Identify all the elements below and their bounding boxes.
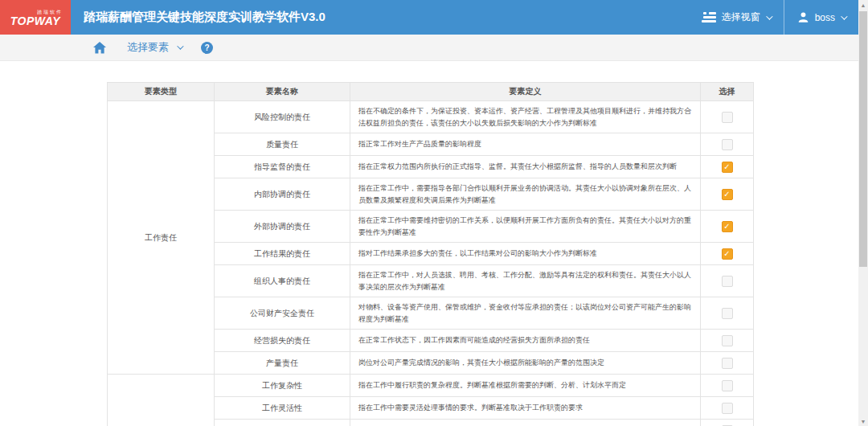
factor-select-cell [701,211,754,243]
row-checkbox[interactable] [722,308,733,319]
column-header: 选择 [701,83,754,101]
scrollbar-thumb[interactable] [859,11,867,267]
row-checkbox[interactable] [722,276,733,287]
row-checkbox[interactable] [722,358,733,369]
factor-select-cell [701,297,754,330]
factor-definition-cell: 指正常工作对生产产品质量的影响程度 [350,133,701,156]
factor-select-cell [701,375,754,397]
app-window: 踏瑞软件 TOPWAY 踏瑞薪酬管理关键技能深度实训教学软件V3.0 选择视窗 … [0,0,868,426]
user-dropdown[interactable]: boss [784,0,858,35]
table-row: 工作复杂性指在工作中履行职责的复杂程度。判断基准根据所需要的判断、分析、计划水平… [108,375,754,397]
chevron-down-icon [841,13,847,19]
factor-select-cell [701,178,754,211]
chevron-down-icon [766,13,772,19]
factor-select-cell [701,330,754,352]
factor-definition-cell: 指在正常工作中，对人员选拔、聘用、考核、工作分配、激励等具有法定的权利和责任。其… [350,265,701,297]
row-checkbox[interactable] [722,248,733,260]
factor-select-cell [701,352,754,375]
factor-definition-cell: 指在正常工作中需要维持密切的工作关系，以便顺利开展工作方面所负有的责任。其责任大… [350,211,701,243]
menu-dropdown-label: 选择要素 [127,40,169,55]
factor-definition-cell: 指在正常权力范围内所执行的正式指导、监督。其责任大小根据所监督、指导的人员数量和… [350,156,701,178]
factor-definition-cell: 对物料、设备等资产使用、保管或维护，资金收付等应承担的责任；以该岗位对公司资产可… [350,297,701,330]
factor-name-cell: 外部协调的责任 [215,211,350,243]
window-select-dropdown[interactable]: 选择视窗 [689,0,784,35]
help-button[interactable]: ? [201,42,213,54]
factor-select-cell [701,243,754,265]
row-checkbox[interactable] [722,403,733,414]
factor-definition-cell: 在正常工作状态下，因工作因素而可能造成的经营损失方面所承担的责任 [350,330,701,352]
factor-definition-cell: 指在不确定的条件下，为保证投资、资本运作、资产经营、工程管理及其他项目顺利进行，… [350,101,701,133]
factor-select-cell [701,101,754,133]
factor-name-cell: 经营损失的责任 [215,330,350,352]
factor-name-cell: 组织人事的责任 [215,265,350,297]
factor-name-cell: 内部协调的责任 [215,178,350,211]
scroll-down-arrow[interactable]: ▼ [858,416,868,426]
page-title: 踏瑞薪酬管理关键技能深度实训教学软件V3.0 [84,10,326,25]
app-header: 踏瑞软件 TOPWAY 踏瑞薪酬管理关键技能深度实训教学软件V3.0 选择视窗 … [0,0,858,35]
factor-name-cell: 工作复杂性 [215,375,350,397]
row-checkbox[interactable] [722,189,733,200]
factor-definition-cell: 指在正常工作中，需要指导各部门合作以顺利开展业务的协调活动。其责任大小以协调对象… [350,178,701,211]
header-actions: 选择视窗 boss [689,0,858,35]
factor-type-cell [108,375,215,426]
vertical-scrollbar[interactable]: ▲ ▼ [858,0,868,426]
factor-select-cell [701,265,754,297]
factor-name-cell: 工作结果的责任 [215,243,350,265]
column-header: 要素类型 [108,83,215,101]
factor-definition-cell: 指在工作中需要灵活处理事情的要求。判断基准取决于工作职责的要求 [350,397,701,420]
factor-name-cell: 工作紧张性 [215,420,350,426]
factor-name-cell: 产量责任 [215,352,350,375]
table-row: 工作责任风险控制的责任指在不确定的条件下，为保证投资、资本运作、资产经营、工程管… [108,101,754,133]
logo-brand-text: TOPWAY [10,16,60,27]
factor-name-cell: 工作灵活性 [215,397,350,420]
logo-brand-chinese: 踏瑞软件 [37,9,63,16]
factor-definition-cell: 指在工作中连续紧张工作的程度，判断基准根据工作的连续性和所承受的紧张状态而定 [350,420,701,426]
table-header-row: 要素类型要素名称要素定义选择 [108,83,754,101]
row-checkbox[interactable] [722,139,733,150]
chevron-down-icon [177,43,183,49]
scroll-up-arrow[interactable]: ▲ [858,0,868,10]
factor-definition-cell: 指对工作结果承担多大的责任，以工作结果对公司的影响大小作为判断标准 [350,243,701,265]
factor-type-cell: 工作责任 [108,101,215,375]
factor-name-cell: 指导监督的责任 [215,156,350,178]
row-checkbox[interactable] [722,112,733,123]
window-panels-icon [702,12,716,23]
factor-name-cell: 公司财产安全责任 [215,297,350,330]
menu-dropdown-select-factors[interactable]: 选择要素 [127,40,182,55]
home-icon [93,42,106,54]
factor-select-cell [701,420,754,426]
row-checkbox[interactable] [722,162,733,173]
factor-select-cell [701,397,754,420]
user-icon [797,11,809,23]
row-checkbox[interactable] [722,335,733,346]
factor-name-cell: 风险控制的责任 [215,101,350,133]
window-select-label: 选择视窗 [722,10,760,24]
factor-definition-cell: 指在工作中履行职责的复杂程度。判断基准根据所需要的判断、分析、计划水平而定 [350,375,701,397]
factor-select-cell [701,156,754,178]
user-name: boss [815,12,835,23]
home-button[interactable] [93,42,106,54]
content-area: 要素类型要素名称要素定义选择 工作责任风险控制的责任指在不确定的条件下，为保证投… [107,82,753,426]
factor-name-cell: 质量责任 [215,133,350,156]
row-checkbox[interactable] [722,221,733,232]
topway-logo[interactable]: 踏瑞软件 TOPWAY [0,0,71,35]
column-header: 要素名称 [215,83,350,101]
toolbar: 选择要素 ? [0,35,858,61]
factor-definition-cell: 岗位对公司产量完成情况的影响，其责任大小根据所能影响的产量的范围决定 [350,352,701,375]
column-header: 要素定义 [350,83,701,101]
row-checkbox[interactable] [722,380,733,391]
factor-select-cell [701,133,754,156]
factor-table: 要素类型要素名称要素定义选择 工作责任风险控制的责任指在不确定的条件下，为保证投… [107,82,754,426]
